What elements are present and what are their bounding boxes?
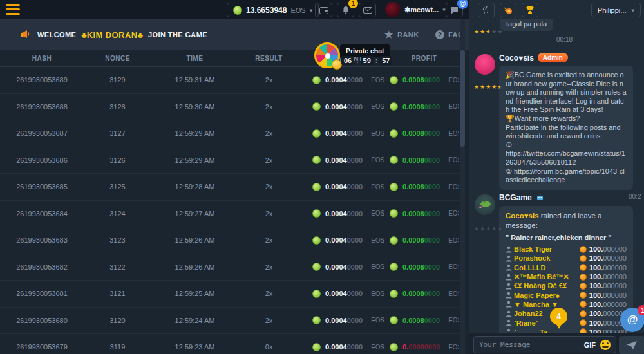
header-hash: HASH [0,50,84,66]
messages-button[interactable] [359,3,376,17]
notifications-button[interactable]: 1 [337,3,354,17]
rainer-name[interactable]: Coco♥sis [506,212,539,219]
table-row[interactable]: 2619930053679311912:59:23 AM0x0.00040000… [0,334,459,354]
at-icon: @ [627,313,638,326]
user-rating-stars: ★★★★★ [474,221,503,233]
rain-amount-pad: 000000 [603,245,627,253]
star-icon: ★ [491,84,497,90]
recipient-name[interactable]: `______Ta [514,328,580,333]
rain-amount: 100. [589,301,603,308]
profit-value: 0.00080000 [402,129,440,137]
amount-value: 0.00040000 [325,156,363,164]
balance-currency: EOS [290,6,305,14]
cell-profit: 0.00080000EOS [383,290,459,298]
user-menu[interactable]: ✱meowt... ▾ [385,2,446,17]
region-label: Philippi... [598,6,627,14]
cell-hash: 2619930053682 [0,263,84,271]
eos-coin-icon [390,76,398,84]
emoji-button[interactable] [600,340,611,350]
table-row[interactable]: 2619930053688312812:59:30 AM2x0.00040000… [0,94,459,121]
cell-nonce: 3122 [84,263,151,271]
amount-value: 0.00040000 [325,317,363,324]
profit-currency: EOS [448,77,459,84]
mentions-float-button[interactable]: @ 1 [620,308,644,332]
amount-value: 0.00040000 [325,263,363,271]
cell-result: 2x [238,317,299,324]
gif-button[interactable]: GIF [584,341,596,349]
star-icon: ★ [497,84,503,90]
admin-name[interactable]: Coco♥sis [499,53,534,62]
amount-value: 0.00040000 [325,103,363,111]
profit-value: 0.00080000 [402,290,440,297]
person-icon [506,274,512,281]
star-icon: ★ [474,28,480,35]
person-icon [506,301,512,308]
recipient-name[interactable]: ✕™Mafia Bé™✕ [514,273,580,281]
scrollbar-thumb[interactable] [460,50,465,147]
chat-bubble-icon [450,6,459,14]
table-row[interactable]: 2619930053680312012:59:24 AM2x0.00040000… [0,308,459,335]
profit-value: 0.00080000 [402,76,440,84]
fireball-icon [504,6,513,15]
person-icon [506,328,512,333]
cell-nonce: 3123 [84,236,151,244]
mentions-count-badge: 1 [638,305,644,315]
message-time: 00:18 [556,36,573,43]
header-result: RESULT [238,50,299,66]
table-row[interactable]: 2619930053683312312:59:26 AM2x0.00040000… [0,227,459,254]
send-button[interactable] [619,336,644,354]
table-row[interactable]: 2619930053687312712:59:29 AM2x0.00040000… [0,120,459,147]
cell-amount: 0.00040000EOS [299,156,383,164]
table-row[interactable]: 2619930053682312212:59:26 AM2x0.00040000… [0,254,459,281]
hamburger-menu-icon[interactable] [6,4,20,15]
cell-hash: 2619930053684 [0,210,84,218]
star-icon: ★ [486,28,491,35]
new-messages-pin[interactable]: 4 [550,308,567,325]
amount-value: 0.00040000 [325,236,363,244]
wallet-button[interactable] [315,3,332,17]
user-rating-stars: ★★★★★ [474,80,503,91]
rain-amount-pad: 000000 [603,264,627,272]
header-nonce: NONCE [84,50,151,66]
message-input[interactable] [479,340,580,349]
balance-selector[interactable]: 13.6653948 EOS ▾ [227,3,319,17]
table-scrollbar[interactable] [460,19,465,354]
star-icon: ★ [480,84,486,90]
recipient-name[interactable]: ▼ Mancha ▼ [514,301,580,308]
app-root: 13.6653948 EOS ▾ 1 [0,0,644,354]
table-row[interactable]: 2619930053685312512:59:28 AM2x0.00040000… [0,174,459,201]
rank-label: RANK [397,31,419,39]
recipient-name[interactable]: Black Tiger [514,245,580,253]
fire-button[interactable] [500,3,516,17]
bcd-coin-icon [580,319,587,326]
bcgame-name[interactable]: BCGame [499,193,532,202]
cell-time: 12:59:29 AM [151,129,238,137]
cell-profit: 0.00080000EOS [383,183,459,191]
rain-amount: 100. [589,245,603,253]
recipient-name[interactable]: `Riane` [514,319,580,327]
bcd-coin-icon [580,283,587,290]
star-icon: ★ [491,225,497,232]
table-row[interactable]: 2619930053681312112:59:25 AM2x0.00040000… [0,281,459,308]
table-row[interactable]: 2619930053684312412:59:27 AM2x0.00040000… [0,201,459,228]
message-input-box[interactable]: GIF [473,336,616,353]
person-icon [506,255,512,262]
cell-result: 2x [238,129,299,137]
recipient-name[interactable]: CoLLLLD [514,264,580,272]
contest-button[interactable] [522,3,538,17]
table-row[interactable]: 2619930053686312612:59:29 AM2x0.00040000… [0,147,459,174]
eos-coin-icon [312,183,321,191]
recipient-name[interactable]: €¥ Hoàng Đế €¥ [514,282,580,290]
rain-button[interactable] [478,3,495,17]
cell-profit: 0.00080000EOS [383,236,459,245]
table-row[interactable]: 2619930053689312912:59:31 AM2x0.00040000… [0,67,459,94]
notification-badge: 1 [348,0,358,8]
cell-hash: 2619930053681 [0,290,84,297]
region-selector[interactable]: Philippi... ▾ [591,3,641,17]
recipient-name[interactable]: Johan22 [514,310,580,317]
chat-toggle-button[interactable]: @ [446,3,463,17]
recipient-name[interactable]: Magic Paper♠ [514,292,580,299]
cell-amount: 0.00040000EOS [299,129,383,138]
cell-amount: 0.00040000EOS [299,343,383,351]
recipient-name[interactable]: Porashock [514,254,580,262]
